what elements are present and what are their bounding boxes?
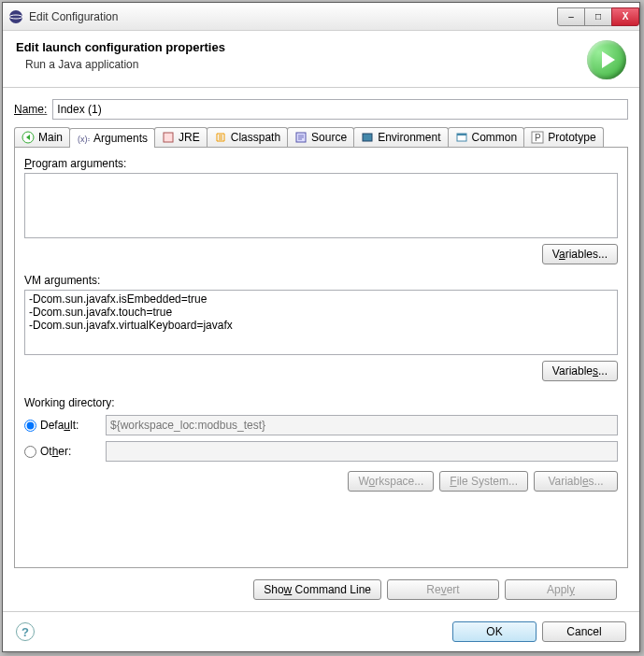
revert-button: Revert	[387, 579, 499, 600]
wd-variables-button: Variables...	[534, 471, 618, 492]
source-icon	[294, 131, 308, 144]
svg-rect-4	[164, 133, 173, 142]
tab-environment[interactable]: Environment	[353, 127, 448, 147]
maximize-button[interactable]: □	[584, 7, 612, 26]
show-command-line-button[interactable]: Show Command Line	[253, 579, 381, 600]
header-title: Edit launch configuration properties	[16, 40, 587, 54]
prototype-icon: P	[531, 131, 544, 144]
name-row: Name:	[14, 99, 628, 120]
tab-common[interactable]: Common	[448, 127, 525, 147]
workspace-button: Workspace...	[348, 471, 434, 492]
tab-content-arguments: Program arguments: Variables... VM argum…	[14, 148, 628, 568]
program-variables-button[interactable]: Variables...	[542, 244, 618, 264]
header: Edit launch configuration properties Run…	[3, 31, 639, 88]
bottom-bar: ? OK Cancel	[3, 611, 639, 651]
tab-main[interactable]: Main	[14, 127, 70, 147]
apply-button: Apply	[505, 579, 617, 600]
other-radio[interactable]	[24, 446, 36, 458]
help-icon[interactable]: ?	[16, 622, 35, 641]
tab-arguments[interactable]: (x)=Arguments	[69, 128, 155, 148]
close-button[interactable]: X	[611, 7, 639, 26]
svg-text:(x)=: (x)=	[78, 135, 90, 144]
body: Name: Main (x)=Arguments JRE Classpath S…	[3, 88, 639, 611]
default-radio[interactable]	[24, 420, 36, 432]
tab-jre[interactable]: JRE	[154, 127, 208, 147]
vm-variables-button[interactable]: Variables...	[542, 361, 618, 381]
other-dir-input[interactable]	[106, 441, 618, 462]
jre-icon	[162, 131, 175, 144]
program-args-textarea[interactable]	[24, 173, 618, 238]
main-icon	[21, 131, 35, 144]
tab-prototype[interactable]: PPrototype	[523, 127, 603, 147]
dialog-window: Edit Configuration – □ X Edit launch con…	[2, 2, 640, 652]
working-directory-label: Working directory:	[24, 396, 618, 409]
default-dir-input	[106, 415, 618, 435]
name-label: Name:	[14, 103, 47, 116]
filesystem-button: File System...	[439, 471, 528, 492]
default-radio-label: Default:	[40, 419, 106, 432]
minimize-button[interactable]: –	[557, 7, 585, 26]
cancel-button[interactable]: Cancel	[542, 621, 626, 642]
tab-classpath[interactable]: Classpath	[207, 127, 288, 147]
svg-rect-6	[363, 134, 372, 141]
program-args-label: Program arguments:	[24, 157, 618, 170]
svg-rect-8	[457, 134, 466, 135]
svg-text:P: P	[535, 133, 541, 143]
name-input[interactable]	[52, 99, 628, 120]
working-directory-group: Working directory: Default: Other: Works…	[24, 396, 618, 492]
arguments-icon: (x)=	[77, 132, 90, 145]
window-title: Edit Configuration	[29, 10, 558, 23]
tab-source[interactable]: Source	[287, 127, 354, 147]
common-icon	[455, 131, 468, 144]
svg-point-0	[9, 10, 22, 23]
vm-args-textarea[interactable]	[24, 290, 618, 355]
classpath-icon	[214, 131, 227, 144]
titlebar[interactable]: Edit Configuration – □ X	[3, 3, 639, 31]
header-description: Run a Java application	[16, 58, 587, 71]
action-buttons: Show Command Line Revert Apply	[14, 568, 628, 600]
vm-args-label: VM arguments:	[24, 274, 618, 287]
ok-button[interactable]: OK	[452, 621, 537, 642]
window-controls: – □ X	[558, 7, 639, 26]
run-icon	[587, 40, 626, 79]
other-radio-label: Other:	[40, 445, 106, 458]
environment-icon	[361, 131, 374, 144]
tab-bar: Main (x)=Arguments JRE Classpath Source …	[14, 127, 628, 148]
eclipse-icon	[8, 9, 23, 24]
